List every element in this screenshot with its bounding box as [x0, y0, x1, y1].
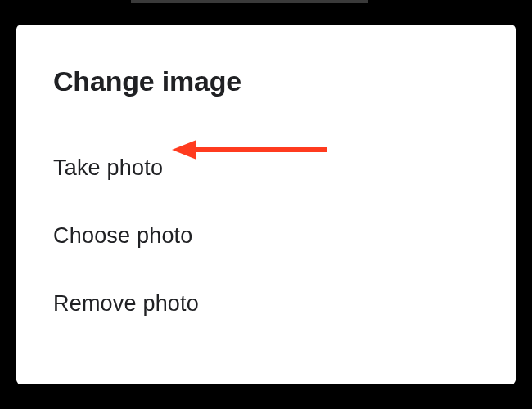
option-label: Choose photo — [53, 223, 193, 248]
status-bar-segment — [131, 0, 368, 3]
take-photo-option[interactable]: Take photo — [53, 134, 479, 202]
dialog-title: Change image — [53, 65, 479, 97]
option-label: Take photo — [53, 155, 163, 180]
change-image-dialog: Change image Take photo Choose photo Rem… — [16, 25, 516, 384]
choose-photo-option[interactable]: Choose photo — [53, 202, 479, 270]
remove-photo-option[interactable]: Remove photo — [53, 270, 479, 338]
option-label: Remove photo — [53, 291, 199, 316]
